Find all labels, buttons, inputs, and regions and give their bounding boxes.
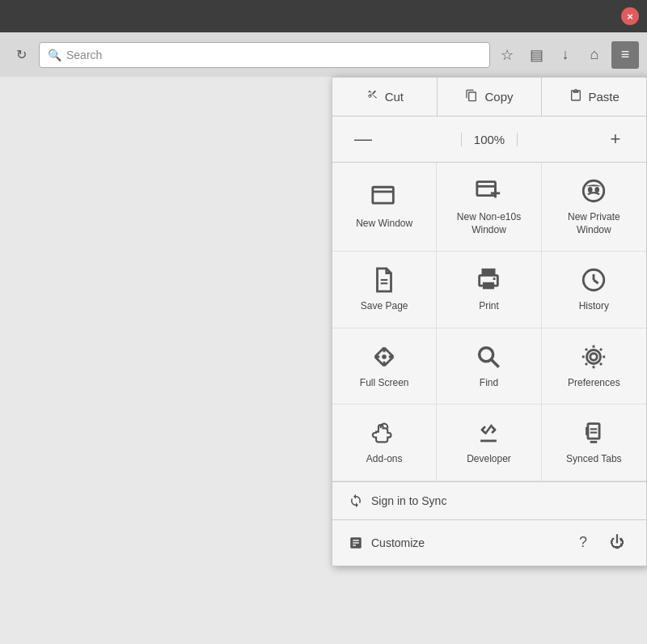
history-button[interactable]: History	[542, 252, 646, 328]
svg-rect-26	[590, 432, 598, 434]
reading-icon: ▤	[530, 46, 543, 64]
history-label: History	[579, 300, 609, 313]
zoom-minus-icon: —	[354, 129, 372, 150]
developer-icon	[475, 419, 502, 447]
download-button[interactable]: ↓	[553, 43, 577, 67]
search-icon: 🔍	[48, 49, 61, 61]
copy-button[interactable]: Copy	[438, 78, 543, 116]
developer-button[interactable]: Developer	[437, 405, 541, 481]
svg-line-16	[594, 280, 598, 283]
developer-label: Developer	[467, 453, 511, 466]
save-page-button[interactable]: Save Page	[332, 252, 437, 328]
svg-point-18	[480, 347, 493, 361]
svg-rect-24	[586, 427, 588, 435]
save-page-icon	[370, 266, 398, 294]
customize-row: Customize ? ⏻	[332, 520, 646, 566]
preferences-label: Preferences	[568, 377, 620, 390]
preferences-button[interactable]: Preferences	[542, 328, 646, 405]
preferences-icon	[580, 343, 607, 371]
svg-point-21	[587, 350, 601, 363]
paste-icon	[569, 89, 582, 104]
help-button[interactable]: ?	[570, 530, 596, 556]
help-icon: ?	[579, 534, 587, 551]
reload-icon: ↻	[16, 47, 27, 62]
full-screen-button[interactable]: Full Screen	[332, 328, 437, 405]
copy-label: Copy	[484, 90, 513, 104]
svg-point-7	[595, 187, 600, 193]
synced-tabs-icon	[580, 419, 607, 447]
find-label: Find	[480, 377, 498, 390]
title-bar: ×	[0, 0, 647, 32]
zoom-row: — 100% +	[332, 117, 646, 163]
print-icon	[475, 266, 502, 294]
svg-rect-25	[590, 429, 598, 430]
nav-bar: ↻ 🔍 Search ☆ ▤ ↓ ⌂ ≡	[0, 32, 647, 77]
icon-grid: New Window New Non-e10s Window	[332, 163, 646, 482]
home-icon: ⌂	[590, 46, 599, 63]
save-page-label: Save Page	[361, 300, 408, 313]
addons-label: Add-ons	[366, 453, 403, 466]
svg-point-6	[588, 187, 593, 193]
copy-icon	[465, 89, 478, 104]
full-screen-label: Full Screen	[360, 377, 409, 390]
new-non-e10s-label: New Non-e10s Window	[445, 211, 532, 236]
print-button[interactable]: Print	[437, 252, 541, 328]
new-non-e10s-icon	[475, 177, 502, 205]
reload-button[interactable]: ↻	[8, 42, 34, 68]
paste-button[interactable]: Paste	[542, 78, 646, 116]
reading-button[interactable]: ▤	[524, 43, 548, 67]
find-icon	[475, 343, 502, 371]
zoom-out-button[interactable]: —	[349, 125, 378, 154]
new-private-button[interactable]: New Private Window	[542, 163, 646, 252]
power-button[interactable]: ⏻	[604, 530, 630, 556]
edit-row: Cut Copy Paste	[332, 78, 646, 117]
zoom-in-button[interactable]: +	[601, 125, 630, 154]
content-area: Cut Copy Paste	[0, 77, 647, 644]
customize-icon	[349, 536, 363, 550]
dropdown-menu: Cut Copy Paste	[332, 77, 647, 566]
power-icon: ⏻	[610, 534, 624, 551]
print-label: Print	[479, 300, 499, 313]
synced-tabs-label: Synced Tabs	[566, 453, 622, 466]
close-button[interactable]: ×	[621, 7, 639, 25]
addons-button[interactable]: Add-ons	[332, 405, 437, 481]
history-icon	[580, 266, 607, 294]
new-window-icon	[370, 184, 398, 211]
svg-rect-23	[588, 424, 599, 439]
svg-line-22	[485, 425, 493, 434]
cut-icon	[366, 89, 378, 104]
synced-tabs-button[interactable]: Synced Tabs	[542, 405, 646, 481]
hamburger-icon: ≡	[621, 46, 630, 63]
search-bar: 🔍 Search	[39, 42, 490, 68]
cut-label: Cut	[385, 90, 404, 104]
sign-in-button[interactable]: Sign in to Sync	[332, 482, 646, 520]
sign-in-label: Sign in to Sync	[371, 494, 446, 507]
find-button[interactable]: Find	[437, 328, 541, 405]
zoom-value: 100%	[461, 133, 518, 146]
menu-button[interactable]: ≡	[611, 41, 639, 69]
paste-label: Paste	[589, 90, 620, 104]
customize-button[interactable]: Customize	[349, 536, 562, 550]
new-private-icon	[580, 177, 607, 205]
bookmark-icon: ☆	[501, 46, 514, 64]
full-screen-icon	[370, 343, 398, 371]
new-window-button[interactable]: New Window	[332, 163, 437, 252]
svg-rect-13	[493, 278, 496, 280]
home-button[interactable]: ⌂	[582, 43, 607, 67]
zoom-plus-icon: +	[611, 129, 621, 150]
svg-rect-0	[373, 187, 394, 203]
cut-button[interactable]: Cut	[332, 78, 438, 116]
customize-label: Customize	[371, 536, 425, 549]
new-non-e10s-button[interactable]: New Non-e10s Window	[437, 163, 541, 252]
bookmark-button[interactable]: ☆	[495, 43, 519, 67]
svg-line-19	[492, 359, 499, 366]
svg-point-20	[590, 354, 598, 361]
new-private-label: New Private Window	[550, 211, 638, 236]
svg-point-17	[382, 354, 387, 359]
search-placeholder: Search	[66, 49, 102, 61]
new-window-label: New Window	[356, 218, 412, 231]
addons-icon	[370, 419, 398, 447]
svg-rect-12	[483, 282, 494, 290]
sync-icon	[349, 494, 363, 508]
download-icon: ↓	[562, 46, 569, 63]
